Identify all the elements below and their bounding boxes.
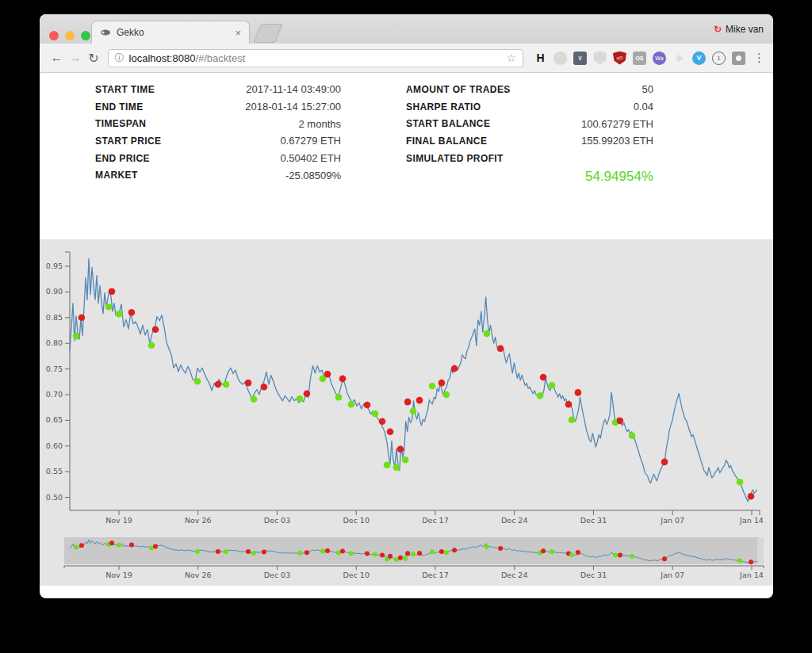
stat-value: 100.67279 ETH — [581, 118, 653, 130]
stat-label: TIMESPAN — [95, 118, 146, 129]
circle-extension-icon[interactable]: 1 — [712, 52, 726, 65]
letter-h-extension-icon[interactable]: H — [534, 52, 547, 65]
overview-brush-chart: Nov 19Nov 26Dec 03Dec 10Dec 17Dec 24Dec … — [64, 537, 764, 579]
stat-value: 2018-01-14 15:27:00 — [245, 101, 341, 113]
svg-text:Dec 10: Dec 10 — [343, 516, 370, 525]
svg-text:Nov 26: Nov 26 — [185, 516, 212, 525]
stat-label: END PRICE — [95, 153, 150, 164]
svg-text:Jan 14: Jan 14 — [739, 516, 764, 525]
stat-value: 0.04 — [634, 101, 653, 113]
forward-button[interactable]: → — [66, 51, 84, 65]
ublock-extension-icon[interactable]: uO — [613, 52, 626, 65]
svg-text:0.95: 0.95 — [46, 262, 63, 270]
stat-row: SIMULATED PROFIT — [406, 150, 653, 167]
url-host: localhost:8080 — [129, 52, 196, 64]
os-extension-icon[interactable]: OS — [633, 52, 646, 65]
stats-left-column: START TIME2017-11-14 03:49:00 END TIME20… — [95, 81, 341, 184]
react-devtools-extension-icon[interactable]: ⚛ — [672, 52, 686, 65]
stat-row: SHARPE RATIO0.04 — [406, 98, 653, 116]
stat-label: START BALANCE — [406, 118, 490, 129]
svg-text:Jan 07: Jan 07 — [660, 571, 684, 579]
svg-text:Dec 10: Dec 10 — [343, 571, 370, 579]
stat-row: END TIME2018-01-14 15:27:00 — [95, 98, 341, 116]
stat-row: END PRICE0.50402 ETH — [95, 150, 341, 167]
svg-text:Dec 24: Dec 24 — [501, 516, 528, 525]
stat-label: END TIME — [95, 101, 144, 113]
svg-text:0.90: 0.90 — [46, 287, 63, 296]
browser-toolbar: ← → ↻ ⓘ localhost:8080 /#/backtest ☆ H ∨… — [40, 44, 773, 73]
stat-label: AMOUNT OF TRADES — [406, 84, 511, 95]
close-window-button[interactable] — [49, 31, 59, 40]
stat-row: START BALANCE100.67279 ETH — [406, 115, 653, 132]
stats-right-column: AMOUNT OF TRADES50 SHARPE RATIO0.04 STAR… — [406, 81, 653, 187]
svg-text:Nov 19: Nov 19 — [105, 516, 132, 525]
stat-value: 155.99203 ETH — [581, 135, 653, 147]
svg-text:0.60: 0.60 — [46, 441, 63, 450]
backtest-result-panel: START TIME2017-11-14 03:49:00 END TIME20… — [40, 73, 773, 239]
url-path: /#/backtest — [195, 52, 245, 64]
main-price-chart: 0.950.900.850.800.750.700.650.600.550.50… — [46, 252, 764, 525]
price-chart[interactable]: 0.950.900.850.800.750.700.650.600.550.50… — [40, 239, 773, 586]
tab-close-icon[interactable]: × — [235, 27, 241, 39]
stat-value: 0.50402 ETH — [280, 152, 341, 164]
stat-label: START PRICE — [95, 136, 162, 147]
gekko-favicon-icon — [100, 29, 111, 36]
svg-text:Nov 19: Nov 19 — [105, 571, 132, 579]
profile-name: Mike van — [726, 24, 764, 35]
stat-row: MARKET-25.08509% — [95, 166, 341, 184]
stat-value: 2017-11-14 03:49:00 — [246, 83, 341, 95]
stat-row: START PRICE0.67279 ETH — [95, 132, 341, 150]
reload-button[interactable]: ↻ — [84, 51, 102, 66]
svg-text:Dec 03: Dec 03 — [264, 516, 291, 525]
svg-text:Dec 31: Dec 31 — [580, 571, 607, 579]
tab-gekko[interactable]: Gekko × — [91, 21, 250, 44]
stat-value: 50 — [642, 83, 653, 95]
stat-value: -25.08509% — [285, 170, 341, 181]
stat-label: MARKET — [95, 170, 138, 181]
stat-label: FINAL BALANCE — [406, 136, 487, 147]
svg-text:0.85: 0.85 — [46, 313, 63, 322]
stat-row: AMOUNT OF TRADES50 — [406, 81, 653, 98]
svg-text:Dec 17: Dec 17 — [422, 516, 449, 525]
square-extension-icon[interactable] — [732, 52, 745, 65]
page-info-icon[interactable]: ⓘ — [115, 52, 124, 65]
profile-chip[interactable]: ↻ Mike van — [714, 24, 764, 35]
svg-text:Dec 03: Dec 03 — [264, 571, 291, 579]
simulated-profit-row: 54.94954% — [406, 166, 653, 187]
svg-text:0.55: 0.55 — [46, 467, 63, 475]
chart-panel: 0.950.900.850.800.750.700.650.600.550.50… — [40, 239, 773, 586]
pocket-extension-icon[interactable]: ∨ — [573, 52, 587, 65]
svg-text:0.70: 0.70 — [46, 390, 63, 399]
svg-text:Dec 31: Dec 31 — [580, 516, 607, 525]
stat-row: START TIME2017-11-14 03:49:00 — [95, 81, 341, 98]
extensions-row: H ∨ uO OS Wa ⚛ V 1 — [534, 52, 745, 65]
browser-window: Gekko × ↻ Mike van ← → ↻ ⓘ localhost:808… — [40, 14, 773, 598]
ghostery-extension-icon[interactable] — [553, 52, 567, 65]
bookmark-star-icon[interactable]: ☆ — [506, 52, 516, 64]
stat-value: 0.67279 ETH — [280, 135, 341, 147]
stat-value: 2 months — [299, 118, 341, 130]
stat-label: SIMULATED PROFIT — [406, 153, 504, 164]
stat-label: START TIME — [95, 84, 155, 95]
browser-menu-icon[interactable]: ⋮ — [753, 51, 765, 65]
tab-bar: Gekko × ↻ Mike van — [40, 14, 773, 44]
svg-text:0.50: 0.50 — [46, 493, 63, 502]
address-bar[interactable]: ⓘ localhost:8080 /#/backtest ☆ — [108, 49, 523, 67]
stat-label: SHARPE RATIO — [406, 101, 481, 113]
wappalyzer-extension-icon[interactable]: Wa — [653, 52, 666, 65]
vue-devtools-extension-icon[interactable]: V — [692, 52, 706, 65]
svg-text:Jan 07: Jan 07 — [660, 516, 684, 525]
svg-text:0.80: 0.80 — [46, 338, 63, 347]
svg-text:Nov 26: Nov 26 — [185, 571, 212, 579]
profile-icon: ↻ — [714, 24, 722, 35]
new-tab-button[interactable] — [253, 24, 283, 43]
minimize-window-button[interactable] — [65, 31, 75, 40]
stat-row: TIMESPAN2 months — [95, 115, 341, 132]
svg-text:Jan 14: Jan 14 — [739, 571, 764, 579]
grey-shield-extension-icon[interactable] — [593, 52, 607, 65]
svg-text:0.75: 0.75 — [46, 365, 63, 373]
tab-title: Gekko — [117, 27, 235, 38]
maximize-window-button[interactable] — [81, 31, 90, 40]
stat-row: FINAL BALANCE155.99203 ETH — [406, 132, 653, 150]
back-button[interactable]: ← — [48, 51, 66, 65]
